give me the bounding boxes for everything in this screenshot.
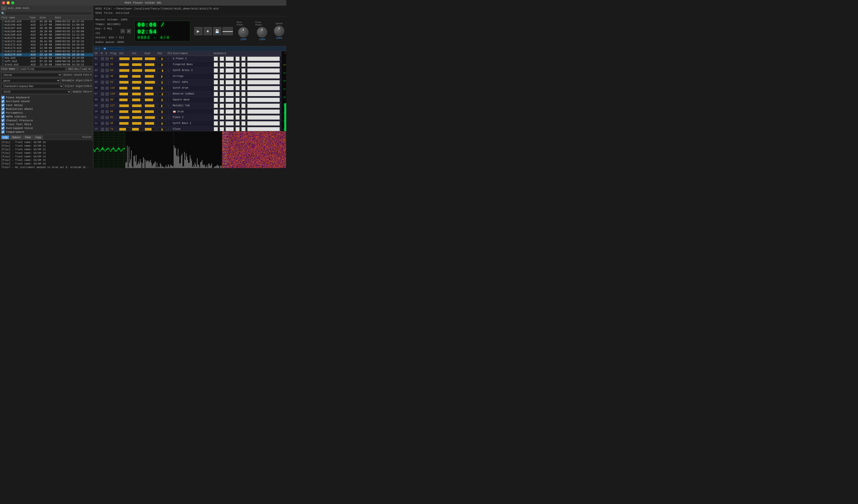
log-tab-options[interactable]: Options — [10, 135, 22, 139]
checkbox-overlapped-voice[interactable] — [1, 127, 5, 130]
file-row[interactable]: 🎵 nos.mid .mid 84.98 KB 1999/08/20 16:24… — [0, 56, 93, 60]
channel-expr-bar[interactable] — [145, 104, 156, 107]
checkbox-temperament[interactable] — [1, 130, 5, 134]
filename-input[interactable] — [19, 67, 65, 71]
channel-vol-bar[interactable] — [119, 98, 130, 101]
file-row[interactable]: 🎵 midi172.mid .mid 14.30 KB 2000/03/02 1… — [0, 43, 93, 47]
checkbox-portamento[interactable] — [1, 111, 5, 114]
channel-expr-bar[interactable] — [145, 63, 156, 66]
channel-solo-btn[interactable] — [106, 104, 109, 107]
main-power-knob[interactable] — [238, 27, 249, 37]
channel-vol2-bar[interactable] — [132, 93, 143, 96]
file-row[interactable]: 🎵 midi171.mid .mid 36.61 KB 2000/03/02 1… — [0, 40, 93, 43]
channel-expr-bar[interactable] — [145, 98, 156, 101]
channel-vol2-bar[interactable] — [132, 81, 143, 84]
settings-button[interactable]: ▬▬▬▬ — [223, 27, 233, 35]
channel-mute-btn[interactable] — [101, 110, 104, 113]
channel-expr-bar[interactable] — [145, 116, 156, 119]
channel-mute-btn[interactable] — [101, 75, 104, 78]
channel-pan-bar[interactable] — [157, 122, 166, 125]
channel-mute-btn[interactable] — [101, 57, 104, 60]
channel-pan-bar[interactable] — [157, 57, 166, 60]
file-row[interactable]: 🎵 midi173.mid .mid 12.90 KB 2000/03/02 1… — [0, 47, 93, 50]
channel-pan-bar[interactable] — [157, 128, 166, 131]
checkbox-piano-keyboard[interactable] — [1, 96, 5, 99]
file-row[interactable]: 🎵 midi165.mid .mid 84.98 KB 2000/03/22 1… — [0, 20, 93, 23]
channel-solo-btn[interactable] — [106, 110, 109, 113]
soundfont-select[interactable]: internal — [1, 73, 62, 77]
channel-pan-bar[interactable] — [157, 75, 166, 78]
channel-vol-bar[interactable] — [119, 104, 130, 107]
channel-solo-btn[interactable] — [106, 128, 109, 131]
channel-vol2-bar[interactable] — [132, 63, 143, 66]
channel-vol-bar[interactable] — [119, 63, 130, 66]
channel-vol2-bar[interactable] — [132, 128, 143, 131]
file-row[interactable]: 🎵 midi168.mid .mid 28.39 KB 2000/03/02 1… — [0, 30, 93, 33]
channel-vol-bar[interactable] — [119, 110, 130, 113]
channel-pan-bar[interactable] — [157, 104, 166, 107]
channel-pan-bar[interactable] — [157, 116, 166, 119]
channel-vol-bar[interactable] — [119, 93, 130, 96]
file-row[interactable]: 🎵 midi174.mid .mid 12.90 KB 2000/03/02 1… — [0, 50, 93, 53]
channel-vol2-bar[interactable] — [132, 122, 143, 125]
scroll-indicator[interactable] — [102, 48, 123, 50]
channel-vol-bar[interactable] — [119, 75, 130, 78]
channel-expr-bar[interactable] — [145, 75, 156, 78]
channel-vol-bar[interactable] — [119, 81, 130, 84]
checkbox-trace-text-meta[interactable] — [1, 123, 5, 126]
channel-pan-bar[interactable] — [157, 110, 166, 113]
channel-expr-bar[interactable] — [145, 69, 156, 72]
channel-vol2-bar[interactable] — [132, 57, 143, 60]
channel-solo-btn[interactable] — [106, 63, 109, 66]
channel-mute-btn[interactable] — [101, 63, 104, 66]
file-row[interactable]: 🎵 midi175.mid .mid 23.16 KB 2000/03/02 1… — [0, 53, 93, 56]
channel-pan-bar[interactable] — [157, 69, 166, 72]
channel-mute-btn[interactable] — [101, 86, 104, 90]
file-row[interactable]: 🎵 midi167.mid .mid 28.39 KB 2000/03/02 1… — [0, 27, 93, 30]
channel-vol2-bar[interactable] — [132, 110, 143, 113]
channel-vol-bar[interactable] — [119, 69, 130, 72]
filter-select[interactable]: Chamberlin's lowpass filter — [1, 84, 64, 88]
file-row[interactable]: 🎵 soft.mid .mid 67.92 KB 1999/06/16 11:5… — [0, 60, 93, 63]
channel-vol2-bar[interactable] — [132, 98, 143, 101]
channel-vol-bar[interactable] — [119, 86, 130, 90]
maximize-button[interactable] — [11, 1, 14, 4]
channel-pan-bar[interactable] — [157, 86, 166, 90]
close-button[interactable] — [2, 1, 5, 4]
channel-vol2-bar[interactable] — [132, 69, 143, 72]
channel-mute-btn[interactable] — [101, 104, 104, 107]
channel-vol2-bar[interactable] — [132, 75, 143, 78]
channel-vol2-bar[interactable] — [132, 104, 143, 107]
stop-button[interactable]: ■ — [204, 27, 212, 35]
save-button[interactable]: 💾 — [213, 27, 221, 35]
file-row[interactable]: 🎵 midi170.mid .mid 18.04 KB 2000/03/02 1… — [0, 36, 93, 40]
checkbox-nrpn-vibrato[interactable] — [1, 115, 5, 118]
channel-expr-bar[interactable] — [145, 81, 156, 84]
channel-solo-btn[interactable] — [106, 116, 109, 119]
filetype-select[interactable]: MIDI files (*.mid) — [67, 67, 92, 71]
key-plus-button[interactable]: + — [127, 29, 131, 33]
speed-knob[interactable] — [274, 26, 284, 36]
channel-solo-btn[interactable] — [106, 98, 109, 101]
channel-solo-btn[interactable] — [106, 122, 109, 125]
channel-vol-bar[interactable] — [119, 116, 130, 119]
log-tab-log[interactable]: Log — [1, 135, 9, 139]
log-tab-copy[interactable]: Copy — [33, 135, 43, 139]
channel-mute-btn[interactable] — [101, 69, 104, 72]
samplerate-select[interactable]: 44100 — [1, 90, 71, 94]
channel-pan-bar[interactable] — [157, 98, 166, 101]
key-minus-button[interactable]: − — [121, 29, 125, 33]
channel-pan-bar[interactable] — [157, 63, 166, 66]
search-input[interactable] — [6, 12, 92, 15]
channel-pan-bar[interactable] — [157, 81, 166, 84]
channel-expr-bar[interactable] — [145, 122, 156, 125]
channel-expr-bar[interactable] — [145, 93, 156, 96]
channel-solo-btn[interactable] — [106, 69, 109, 72]
checkbox-surround-sound[interactable] — [1, 100, 5, 103]
channel-vol2-bar[interactable] — [132, 86, 143, 90]
channel-vol-bar[interactable] — [119, 57, 130, 60]
channel-pan-bar[interactable] — [157, 93, 166, 96]
channel-solo-btn[interactable] — [106, 57, 109, 60]
channel-mute-btn[interactable] — [101, 93, 104, 96]
channel-vol2-bar[interactable] — [132, 116, 143, 119]
